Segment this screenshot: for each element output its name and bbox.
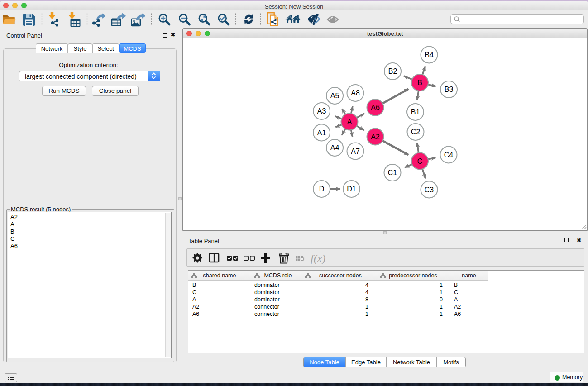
- svg-text:D: D: [319, 185, 325, 193]
- svg-text:A3: A3: [317, 107, 326, 115]
- svg-text:A5: A5: [330, 92, 339, 100]
- svg-text:B4: B4: [425, 51, 434, 59]
- svg-text:A1: A1: [317, 129, 326, 137]
- svg-text:B2: B2: [388, 67, 397, 75]
- svg-text:A4: A4: [330, 144, 339, 152]
- svg-text:B1: B1: [411, 108, 420, 116]
- svg-text:A2: A2: [371, 133, 380, 141]
- svg-text:A6: A6: [371, 104, 380, 111]
- svg-text:C4: C4: [444, 151, 454, 159]
- svg-text:C2: C2: [411, 128, 421, 136]
- svg-text:C: C: [417, 157, 423, 165]
- svg-text:f(x): f(x): [311, 253, 325, 264]
- svg-text:C3: C3: [425, 186, 434, 194]
- svg-text:B: B: [417, 79, 422, 86]
- svg-text:B3: B3: [445, 86, 454, 93]
- svg-text:A8: A8: [351, 89, 360, 97]
- svg-text:A: A: [347, 118, 352, 126]
- svg-text:D1: D1: [347, 185, 356, 193]
- svg-text:A7: A7: [351, 148, 360, 155]
- svg-text:C1: C1: [388, 169, 397, 176]
